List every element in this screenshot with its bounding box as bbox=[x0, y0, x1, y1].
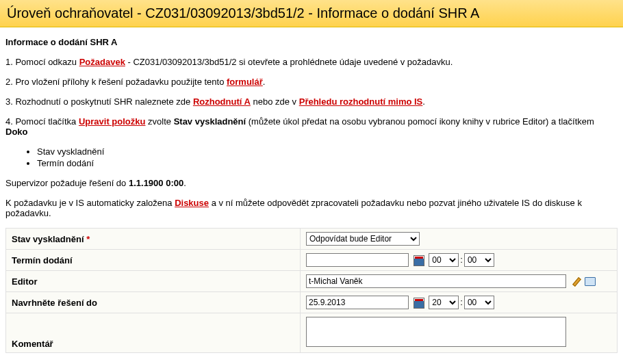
value-cell: 00:00 bbox=[301, 250, 618, 271]
diskuse-line: K požadavku je v IS automaticky založena… bbox=[5, 198, 618, 218]
edit-icon[interactable] bbox=[571, 277, 581, 287]
text: 3. Rozhodnutí o poskytnutí SHR naleznete… bbox=[5, 96, 193, 107]
input-termin-date[interactable] bbox=[306, 253, 409, 267]
text: - CZ031/03092013/3bd51/2 si otevřete a p… bbox=[125, 57, 453, 67]
book-icon[interactable] bbox=[585, 277, 596, 286]
calendar-icon[interactable] bbox=[414, 298, 424, 309]
row-termin-dodani: Termín dodání 00:00 bbox=[6, 250, 618, 271]
text: nebo zde v bbox=[251, 96, 299, 107]
text: . bbox=[422, 96, 425, 107]
subtitle: Informace o dodání SHR A bbox=[5, 37, 618, 47]
bullet-list: Stav vyskladnění Termín dodání bbox=[37, 146, 618, 168]
text: 1. Pomocí odkazu bbox=[5, 57, 79, 67]
colon: : bbox=[460, 255, 463, 265]
link-rozhodnuti-a[interactable]: Rozhodnutí A bbox=[193, 96, 251, 107]
form-table: Stav vyskladnění * Odpovídat bude Editor… bbox=[5, 228, 618, 353]
text: Supervizor požaduje řešení do bbox=[5, 178, 129, 188]
content-area: Informace o dodání SHR A 1. Pomocí odkaz… bbox=[0, 27, 623, 363]
label-cell: Editor bbox=[6, 271, 301, 292]
bold-text: Doko bbox=[5, 127, 28, 137]
instruction-1: 1. Pomocí odkazu Požadavek - CZ031/03092… bbox=[5, 57, 618, 67]
text: . bbox=[263, 77, 266, 87]
bold-text: Stav vyskladnění bbox=[174, 116, 246, 127]
field-label: Termín dodání bbox=[12, 255, 73, 265]
page-header: Úroveň ochraňovatel - CZ031/03092013/3bd… bbox=[0, 0, 623, 27]
list-item: Stav vyskladnění bbox=[37, 146, 618, 157]
field-label: Navrhněte řešení do bbox=[12, 298, 97, 308]
label-cell: Stav vyskladnění * bbox=[6, 229, 301, 250]
row-komentar: Komentář bbox=[6, 313, 618, 353]
select-navrh-min[interactable]: 00 bbox=[464, 296, 494, 309]
select-termin-min[interactable]: 00 bbox=[464, 253, 494, 267]
value-cell: 20:00 bbox=[301, 292, 618, 313]
text: (můžete úkol předat na osobu vybranou po… bbox=[246, 116, 594, 127]
input-editor[interactable] bbox=[306, 274, 566, 288]
instruction-2: 2. Pro vložení přílohy k řešení požadavk… bbox=[5, 77, 618, 87]
field-label: Editor bbox=[12, 276, 38, 287]
input-navrh-date[interactable] bbox=[306, 296, 409, 309]
textarea-komentar[interactable] bbox=[306, 317, 566, 347]
select-stav-vyskladneni[interactable]: Odpovídat bude Editor bbox=[306, 232, 420, 246]
text: 2. Pro vložení přílohy k řešení požadavk… bbox=[5, 77, 227, 87]
text: . bbox=[183, 178, 186, 188]
field-label: Komentář bbox=[12, 339, 53, 349]
value-cell bbox=[301, 313, 618, 353]
link-diskuse[interactable]: Diskuse bbox=[175, 198, 209, 208]
field-label: Stav vyskladnění bbox=[12, 234, 84, 244]
value-cell bbox=[301, 271, 618, 292]
supervisor-line: Supervizor požaduje řešení do 1.1.1900 0… bbox=[5, 178, 618, 188]
text: K požadavku je v IS automaticky založena bbox=[5, 198, 175, 208]
link-formular[interactable]: formulář bbox=[227, 77, 263, 87]
label-cell: Navrhněte řešení do bbox=[6, 292, 301, 313]
value-cell: Odpovídat bude Editor bbox=[301, 229, 618, 250]
row-navrhnete-reseni: Navrhněte řešení do 20:00 bbox=[6, 292, 618, 313]
instruction-3: 3. Rozhodnutí o poskytnutí SHR naleznete… bbox=[5, 96, 618, 107]
deadline-date: 1.1.1900 0:00 bbox=[129, 178, 183, 188]
required-marker: * bbox=[86, 234, 90, 244]
row-editor: Editor bbox=[6, 271, 618, 292]
link-prehled-rozhodnuti[interactable]: Přehledu rozhodnutí mimo IS bbox=[299, 96, 423, 107]
text: zvolte bbox=[145, 116, 173, 127]
text: 4. Pomocí tlačítka bbox=[5, 116, 79, 127]
select-termin-hour[interactable]: 00 bbox=[429, 253, 459, 267]
page-title: Úroveň ochraňovatel - CZ031/03092013/3bd… bbox=[7, 5, 616, 21]
select-navrh-hour[interactable]: 20 bbox=[429, 296, 459, 309]
instruction-4: 4. Pomocí tlačítka Upravit položku zvolt… bbox=[5, 116, 618, 137]
label-cell: Termín dodání bbox=[6, 250, 301, 271]
link-pozadavek[interactable]: Požadavek bbox=[79, 57, 125, 67]
link-upravit-polozku[interactable]: Upravit položku bbox=[79, 116, 146, 127]
row-stav-vyskladneni: Stav vyskladnění * Odpovídat bude Editor bbox=[6, 229, 618, 250]
list-item: Termín dodání bbox=[37, 158, 618, 168]
colon: : bbox=[460, 297, 463, 307]
label-cell: Komentář bbox=[6, 313, 301, 353]
calendar-icon[interactable] bbox=[414, 255, 424, 266]
